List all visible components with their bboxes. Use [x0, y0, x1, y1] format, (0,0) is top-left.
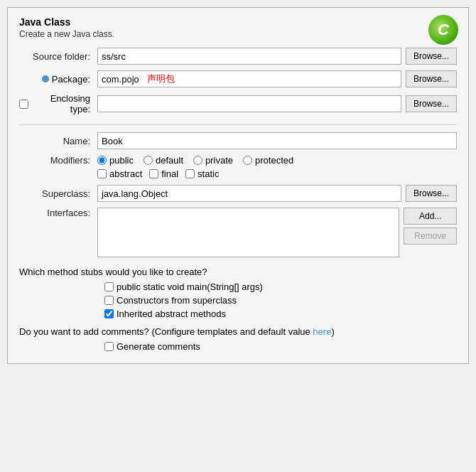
interfaces-label: Interfaces:	[19, 208, 97, 218]
name-row: Name:	[19, 132, 457, 149]
interfaces-remove-button[interactable]: Remove	[404, 227, 457, 245]
stub3-text: Inherited abstract methods	[117, 309, 226, 319]
modifier-static-label[interactable]: static	[185, 168, 219, 179]
comments-suffix: )	[331, 326, 334, 337]
package-label-area: Package:	[19, 74, 97, 85]
stub3-label[interactable]: Inherited abstract methods	[104, 309, 457, 319]
enclosing-checkbox[interactable]	[19, 100, 28, 109]
modifier-abstract-text: abstract	[109, 168, 142, 179]
modifier-default-text: default	[156, 155, 183, 166]
dialog-title: Java Class	[19, 16, 457, 28]
modifiers-controls: public default private protected	[97, 155, 303, 179]
source-folder-label: Source folder:	[19, 51, 97, 62]
generate-comments-text: Generate comments	[117, 341, 200, 352]
source-folder-browse-button[interactable]: Browse...	[406, 48, 457, 65]
modifiers-line2: abstract final static	[97, 168, 303, 179]
modifier-private-text: private	[205, 155, 233, 166]
stub1-text: public static void main(String[] args)	[117, 281, 263, 292]
stub2-text: Constructors from superclass	[117, 295, 237, 306]
eclipse-logo: C	[428, 15, 458, 45]
modifier-private-radio[interactable]	[193, 156, 202, 165]
modifier-abstract-label[interactable]: abstract	[97, 168, 142, 179]
modifier-default-radio[interactable]	[144, 156, 153, 165]
package-label: Package:	[52, 74, 90, 85]
source-folder-row: Source folder: Browse...	[19, 48, 457, 65]
superclass-label: Superclass:	[19, 188, 97, 199]
interfaces-row: Interfaces: Add... Remove	[19, 208, 457, 259]
interfaces-add-button[interactable]: Add...	[404, 208, 457, 225]
comments-here-link[interactable]: here	[313, 326, 331, 337]
modifier-final-checkbox[interactable]	[149, 169, 158, 178]
enclosing-label: Enclosing type:	[31, 93, 90, 114]
modifier-static-text: static	[198, 168, 219, 179]
package-icon	[42, 75, 49, 82]
package-browse-button[interactable]: Browse...	[406, 70, 457, 87]
stub2-label[interactable]: Constructors from superclass	[104, 295, 457, 306]
enclosing-browse-button[interactable]: Browse...	[406, 95, 457, 112]
enclosing-controls: Browse...	[97, 95, 457, 112]
package-row: Package: 声明包 Browse...	[19, 70, 457, 87]
comments-question-text: Do you want to add comments? (Configure …	[19, 326, 313, 337]
modifier-public-label[interactable]: public	[97, 155, 134, 166]
superclass-browse-button[interactable]: Browse...	[406, 185, 457, 202]
superclass-row: Superclass: Browse...	[19, 185, 457, 202]
modifiers-line1: public default private protected	[97, 155, 303, 166]
dialog-subtitle: Create a new Java class.	[19, 29, 457, 39]
stub-options: public static void main(String[] args) C…	[104, 281, 457, 319]
name-controls	[97, 132, 457, 149]
enclosing-label-area: Enclosing type:	[19, 93, 97, 114]
name-label: Name:	[19, 136, 97, 146]
modifier-static-checkbox[interactable]	[185, 169, 195, 178]
name-input[interactable]	[97, 132, 457, 149]
enclosing-input[interactable]	[97, 95, 401, 112]
modifier-public-radio[interactable]	[97, 156, 107, 165]
package-input[interactable]	[97, 70, 401, 87]
stub2-checkbox[interactable]	[104, 296, 114, 305]
stub3-checkbox[interactable]	[104, 309, 114, 318]
generate-comments-checkbox[interactable]	[104, 342, 114, 351]
source-folder-controls: Browse...	[97, 48, 457, 65]
generate-comment-row: Generate comments	[104, 341, 457, 352]
modifiers-row: Modifiers: public default private protec…	[19, 155, 457, 179]
modifier-abstract-checkbox[interactable]	[97, 169, 107, 178]
modifiers-label: Modifiers:	[19, 155, 97, 166]
superclass-controls: Browse...	[97, 185, 457, 202]
modifier-final-label[interactable]: final	[149, 168, 178, 179]
comments-question: Do you want to add comments? (Configure …	[19, 326, 457, 337]
divider1	[19, 124, 457, 125]
java-class-dialog: C Java Class Create a new Java class. So…	[7, 7, 469, 364]
interfaces-buttons: Add... Remove	[404, 208, 457, 245]
modifier-final-text: final	[161, 168, 178, 179]
generate-comments-label[interactable]: Generate comments	[104, 341, 457, 352]
modifier-protected-label[interactable]: protected	[243, 155, 293, 166]
modifier-public-text: public	[109, 155, 134, 166]
enclosing-row: Enclosing type: Browse...	[19, 93, 457, 114]
superclass-input[interactable]	[97, 185, 401, 202]
stub1-label[interactable]: public static void main(String[] args)	[104, 281, 457, 292]
stub1-checkbox[interactable]	[104, 282, 114, 291]
interfaces-textarea[interactable]	[97, 208, 399, 257]
modifier-protected-text: protected	[255, 155, 293, 166]
modifier-default-label[interactable]: default	[144, 155, 183, 166]
stubs-question: Which method stubs would you like to cre…	[19, 267, 457, 277]
modifier-private-label[interactable]: private	[193, 155, 233, 166]
source-folder-input[interactable]	[97, 48, 401, 65]
modifier-protected-radio[interactable]	[243, 156, 252, 165]
package-controls: 声明包 Browse...	[97, 70, 457, 87]
interfaces-area-wrap	[97, 208, 399, 259]
